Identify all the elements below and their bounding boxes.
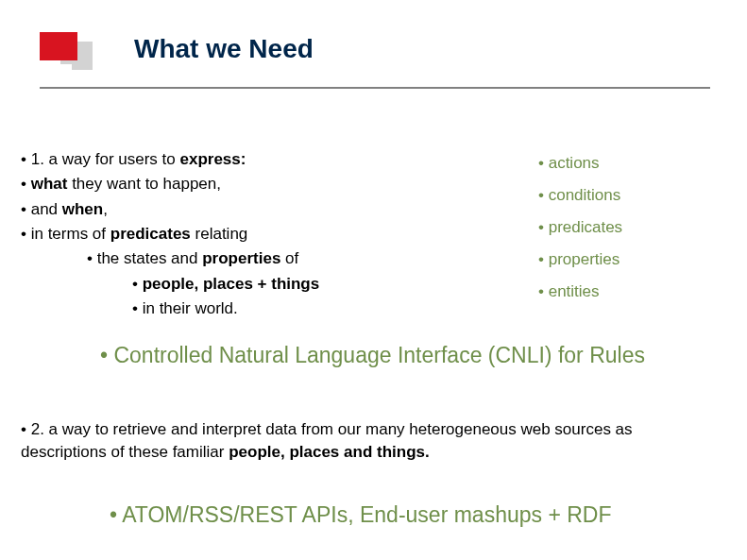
bold-text: when [62, 200, 103, 218]
bold-text: people, places + things [143, 275, 320, 293]
list-item: • in terms of predicates relating [21, 222, 512, 246]
list-item: • people, places + things [21, 272, 512, 297]
list-item: • actions [538, 147, 727, 179]
bold-text: what [31, 175, 68, 193]
title-rule [40, 87, 710, 89]
cnli-caption: • Controlled Natural Language Interface … [100, 343, 645, 368]
text: • and [21, 200, 62, 218]
text: • 1. a way for users to [21, 150, 179, 168]
text: they want to happen, [67, 175, 221, 193]
text: • in their world. [132, 299, 238, 317]
list-item: • 1. a way for users to express: [21, 147, 512, 172]
point-1-list: • 1. a way for users to express: • what … [21, 147, 512, 321]
list-item: • conditions [538, 179, 727, 212]
list-item: • and when, [21, 197, 512, 222]
list-item: • entities [538, 276, 727, 308]
slide-title: What we Need [134, 34, 314, 64]
list-item: • in their world. [21, 297, 512, 321]
bold-text: people, places and things. [229, 443, 430, 461]
text: • [132, 275, 143, 293]
list-item: • predicates [538, 212, 727, 244]
list-item: • properties [538, 244, 727, 276]
text: , [103, 200, 108, 218]
text: • the states and [87, 249, 202, 267]
text: of [280, 249, 298, 267]
list-item: • the states and properties of [21, 246, 512, 271]
point-2-text: • 2. a way to retrieve and interpret dat… [21, 418, 722, 464]
bold-text: express: [179, 150, 246, 168]
apis-caption: • ATOM/RSS/REST APIs, End-user mashups +… [110, 502, 611, 528]
text: • in terms of [21, 225, 110, 243]
logo-icon [40, 32, 93, 74]
list-item: • what they want to happen, [21, 172, 512, 196]
bold-text: predicates [110, 225, 191, 243]
bold-text: properties [202, 249, 280, 267]
concepts-list: • actions • conditions • predicates • pr… [538, 147, 727, 308]
text: • [21, 175, 31, 193]
text: relating [191, 225, 247, 243]
slide: What we Need • 1. a way for users to exp… [0, 0, 747, 560]
